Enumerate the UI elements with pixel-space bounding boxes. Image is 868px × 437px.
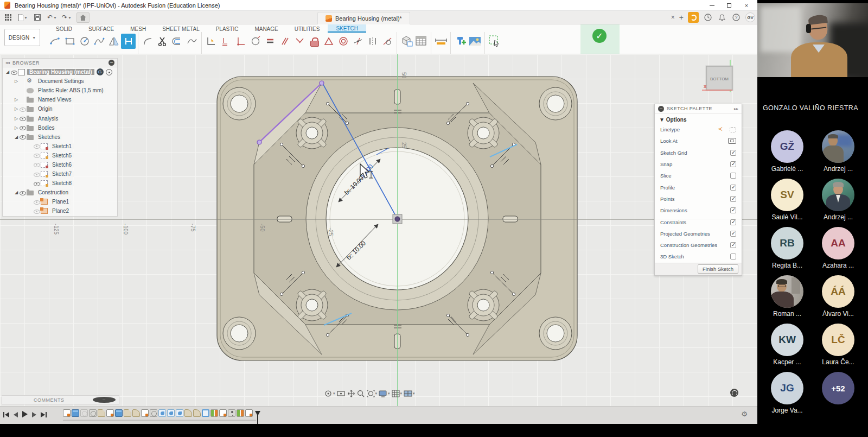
comments-options-icon[interactable]: – — [93, 397, 116, 403]
mirror-tool-icon[interactable] — [106, 34, 121, 49]
3d-sketch-checkbox[interactable] — [730, 254, 736, 259]
browser-item-plane2[interactable]: Plane2 — [3, 206, 117, 216]
visibility-eye-icon[interactable] — [19, 116, 27, 121]
visibility-eye-icon[interactable] — [33, 181, 41, 186]
palette-dock-icon[interactable]: ▸▸ — [734, 106, 738, 111]
configuration-table-icon[interactable] — [414, 34, 429, 49]
points-checkbox[interactable] — [730, 196, 736, 202]
timeline-feature[interactable] — [245, 409, 253, 417]
timeline-feature[interactable] — [210, 409, 218, 417]
timeline-feature[interactable] — [184, 409, 192, 417]
undo-icon[interactable]: ↶▼ — [47, 13, 57, 22]
line-tool-icon[interactable] — [48, 34, 62, 49]
timeline-feature[interactable] — [150, 409, 157, 417]
look-at-icon[interactable] — [337, 390, 346, 397]
assistant-icon[interactable] — [730, 389, 738, 397]
timeline-feature[interactable] — [63, 409, 71, 417]
visibility-eye-icon[interactable] — [10, 69, 18, 75]
new-tab-icon[interactable]: + — [679, 13, 684, 22]
zoom-icon[interactable] — [357, 390, 365, 397]
browser-item-sketch1[interactable]: Sketch1 — [3, 142, 117, 151]
timeline-marker[interactable] — [255, 411, 260, 416]
browser-item-analysis[interactable]: ▷Analysis — [3, 113, 117, 123]
slice-checkbox[interactable] — [730, 173, 736, 179]
equal-constraint-icon[interactable] — [263, 34, 277, 49]
browser-item-plane1[interactable]: Plane1 — [3, 197, 117, 206]
fit-icon[interactable]: ▾ — [367, 390, 378, 397]
edit-spline-tool-icon[interactable] — [184, 34, 199, 49]
browser-item-sketch8[interactable]: Sketch8 — [3, 179, 117, 188]
construction-line-icon[interactable] — [730, 127, 736, 132]
close-tab-icon[interactable]: × — [671, 14, 675, 21]
viewcube[interactable]: BOTTOM X — [702, 59, 743, 94]
tab-utilities[interactable]: UTILITIES — [286, 24, 328, 33]
browser-item-sketches[interactable]: ◢Sketches — [3, 132, 117, 142]
timeline-feature[interactable] — [219, 409, 227, 417]
participant[interactable]: SV Saulė Vil... — [765, 179, 809, 221]
timeline-feature[interactable] — [80, 409, 88, 417]
browser-item-construction[interactable]: ◢Construction — [3, 188, 117, 197]
timeline-feature[interactable] — [72, 409, 79, 417]
participant[interactable]: LČ Laura Če... — [816, 324, 860, 366]
snap-checkbox[interactable] — [730, 161, 736, 167]
timeline-feature[interactable] — [228, 409, 235, 417]
constraints-checkbox[interactable] — [730, 219, 736, 225]
browser-options-icon[interactable]: – — [108, 60, 114, 66]
document-tab[interactable]: Bearing Housing (metal)* — [317, 12, 410, 24]
timeline-settings-gear-icon[interactable]: ⚙ — [741, 410, 748, 418]
browser-item-plastic-rule[interactable]: Plastic Rule: ABS (1,5 mm) — [3, 86, 117, 95]
timeline-feature[interactable] — [115, 409, 123, 417]
timeline-feature[interactable] — [237, 409, 244, 417]
parallel-constraint-icon[interactable] — [277, 34, 292, 49]
maximize-button[interactable] — [720, 0, 738, 11]
visibility-eye-icon[interactable] — [33, 172, 41, 177]
visibility-eye-icon[interactable] — [33, 208, 41, 214]
redo-icon[interactable]: ↷▼ — [62, 13, 72, 22]
fillet-tool-icon[interactable] — [141, 34, 155, 49]
participant[interactable]: RB Regita B... — [765, 227, 809, 269]
corner-constraint-icon[interactable] — [233, 34, 248, 49]
timeline-feature[interactable] — [176, 409, 183, 417]
participant[interactable]: Andrzej ... — [816, 130, 860, 173]
tab-surface[interactable]: SURFACE — [80, 24, 122, 33]
home-icon[interactable] — [76, 12, 90, 23]
insert-image-icon[interactable] — [468, 34, 482, 49]
participant-overflow[interactable]: +52 — [816, 372, 860, 414]
notifications-bell-icon[interactable] — [717, 13, 727, 22]
minimize-button[interactable] — [703, 0, 720, 11]
browser-root[interactable]: ◢ Bearing Housing (metal) G — [3, 67, 117, 77]
timeline-feature[interactable] — [89, 409, 97, 417]
participant[interactable]: ÁÁ Álvaro Vi... — [816, 275, 860, 318]
visibility-eye-icon[interactable] — [33, 153, 41, 158]
activate-radio-icon[interactable] — [106, 69, 112, 75]
participant[interactable]: Andrzej ... — [816, 179, 860, 221]
participant[interactable]: GŽ Gabrielė ... — [765, 130, 809, 173]
step-back-button[interactable] — [13, 410, 18, 420]
insert-fastener-icon[interactable] — [453, 34, 468, 49]
close-button[interactable]: × — [738, 0, 755, 11]
orbit-icon[interactable]: ▾ — [324, 390, 335, 397]
visibility-eye-icon[interactable] — [33, 199, 41, 205]
circle-tool-icon[interactable] — [77, 34, 92, 49]
finish-sketch-zone[interactable]: ✓ — [580, 24, 620, 54]
timeline-feature[interactable] — [193, 409, 201, 417]
timeline-feature[interactable] — [98, 409, 105, 417]
browser-item-document-settings[interactable]: ▷Document Settings — [3, 77, 117, 86]
participant[interactable]: AA Azahara ... — [816, 227, 860, 269]
tab-sketch[interactable]: SKETCH — [328, 24, 366, 33]
select-tool-icon[interactable] — [487, 34, 502, 49]
tab-sheet-metal[interactable]: SHEET METAL — [154, 24, 208, 33]
dimensions-checkbox[interactable] — [730, 207, 736, 213]
browser-item-sketch5[interactable]: Sketch5 — [3, 151, 117, 160]
tangent-constraint-icon[interactable] — [380, 34, 394, 49]
browser-item-sketch6[interactable]: Sketch6 — [3, 160, 117, 169]
job-status-icon[interactable] — [688, 12, 699, 23]
tab-mesh[interactable]: MESH — [122, 24, 154, 33]
timeline-feature[interactable] — [132, 409, 140, 417]
go-to-start-button[interactable] — [3, 410, 10, 420]
participant[interactable]: JG Jorge Va... — [765, 372, 809, 414]
browser-item-sketch7[interactable]: Sketch7 — [3, 169, 117, 179]
visibility-eye-icon[interactable] — [33, 143, 41, 149]
timeline-scrollbar[interactable] — [63, 420, 256, 421]
visibility-eye-icon[interactable] — [19, 134, 27, 140]
